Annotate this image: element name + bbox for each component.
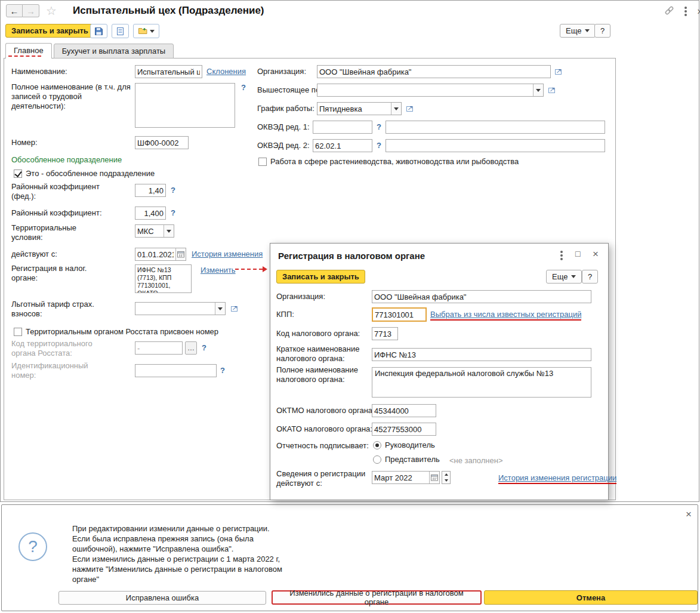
- signer-rep-radio[interactable]: Представитель: [373, 455, 440, 464]
- document-icon[interactable]: [112, 24, 129, 38]
- okved1-name-input[interactable]: [386, 121, 605, 134]
- dropdown-icon[interactable]: [391, 103, 401, 115]
- calendar-icon[interactable]: [429, 472, 439, 483]
- cancel-button[interactable]: Отмена: [484, 590, 698, 605]
- history-link[interactable]: История изменения: [192, 249, 263, 259]
- notification-panel: × ? При редактировании изменили данные о…: [1, 504, 698, 611]
- name-input[interactable]: [135, 65, 202, 78]
- id-help-icon[interactable]: ?: [220, 366, 225, 375]
- change-link[interactable]: Изменить: [201, 266, 236, 275]
- okved1-help-icon[interactable]: ?: [377, 122, 381, 131]
- dialog-help-button[interactable]: ?: [582, 270, 598, 284]
- get-link-icon[interactable]: [664, 5, 674, 17]
- checkbox-icon: [258, 158, 267, 166]
- open-icon[interactable]: [553, 66, 564, 77]
- territory-value[interactable]: [135, 225, 164, 237]
- okved2-name-input[interactable]: [386, 139, 605, 152]
- changed-data-button[interactable]: Изменились данные о регистрации в налого…: [272, 590, 482, 605]
- kebab-menu-icon[interactable]: [683, 6, 689, 17]
- chevron-down-icon: [585, 29, 590, 32]
- dropdown-icon[interactable]: [164, 225, 174, 237]
- signer-head-label: Руководитель: [385, 441, 435, 449]
- coef-input[interactable]: [135, 207, 166, 220]
- valid-from-label: действуют с:: [11, 249, 57, 259]
- registration-history-link[interactable]: История изменения регистрации: [498, 473, 616, 484]
- number-input[interactable]: [135, 136, 189, 149]
- reg-from-spinner[interactable]: [442, 471, 451, 484]
- more-button[interactable]: Еще: [560, 24, 596, 38]
- separate-section-header: Обособленное подразделение: [11, 155, 122, 164]
- oktmo-input[interactable]: [372, 404, 436, 417]
- rep-empty-value: <не заполнен>: [449, 456, 503, 465]
- rosstat-code-label: Код территориального органа Росстата:: [11, 339, 110, 358]
- calendar-icon[interactable]: [175, 248, 186, 260]
- reg-from-date-field[interactable]: [372, 471, 440, 484]
- fullname-textarea[interactable]: [135, 83, 235, 128]
- coef-fed-help-icon[interactable]: ?: [171, 186, 175, 195]
- reg-from-input[interactable]: [372, 472, 429, 483]
- valid-from-date-field[interactable]: [135, 248, 186, 261]
- ellipsis-button[interactable]: …: [185, 341, 197, 355]
- parent-combo[interactable]: [317, 84, 544, 97]
- territory-combo[interactable]: [135, 224, 174, 238]
- tab-accounting[interactable]: Бухучет и выплата зарплаты: [54, 44, 174, 58]
- dialog-save-close-button[interactable]: Записать и закрыть: [276, 270, 365, 284]
- separate-checkbox[interactable]: Это - обособленное подразделение: [14, 169, 155, 178]
- kpp-input[interactable]: [372, 307, 427, 322]
- select-registration-link[interactable]: Выбрать из числа известных регистраций: [430, 310, 581, 321]
- help-button[interactable]: ?: [594, 24, 610, 38]
- coef-help-icon[interactable]: ?: [171, 208, 175, 217]
- dlg-org-input[interactable]: [372, 290, 591, 303]
- schedule-value[interactable]: [317, 103, 391, 115]
- okato-label: ОКАТО налогового органа:: [276, 424, 372, 434]
- short-name-input[interactable]: [372, 348, 591, 361]
- okved1-code-input[interactable]: [313, 121, 372, 134]
- radio-selected-icon: [373, 441, 381, 449]
- rosstat-help-icon[interactable]: ?: [202, 343, 206, 352]
- save-icon[interactable]: [90, 24, 107, 38]
- window-close-icon[interactable]: ×: [697, 7, 700, 17]
- short-name-label: Краткое наименование налогового органа:: [276, 344, 369, 364]
- okved2-code-input[interactable]: [313, 139, 372, 152]
- fix-error-button[interactable]: Исправлена ошибка: [58, 591, 266, 605]
- fullname-label: Полное наименование (в т.ч. для записей …: [11, 82, 138, 111]
- valid-from-input[interactable]: [135, 248, 175, 260]
- fullname-help-icon[interactable]: ?: [241, 83, 246, 92]
- tariff-value[interactable]: [135, 303, 215, 315]
- rosstat-code-input[interactable]: [135, 341, 183, 355]
- dialog-more-button[interactable]: Еще: [546, 270, 582, 284]
- dropdown-icon[interactable]: [215, 303, 225, 315]
- spin-down-icon[interactable]: [442, 478, 450, 483]
- favorite-star-icon[interactable]: ☆: [46, 4, 57, 18]
- agro-checkbox-label: Работа в сфере растениеводства, животнов…: [270, 157, 519, 166]
- dialog-close-icon[interactable]: ×: [593, 249, 599, 259]
- dialog-maximize-icon[interactable]: □: [575, 249, 580, 258]
- okato-input[interactable]: [372, 423, 436, 436]
- open-icon[interactable]: [405, 103, 415, 114]
- id-number-input[interactable]: [135, 364, 217, 377]
- notification-close-icon[interactable]: ×: [686, 509, 692, 519]
- open-icon[interactable]: [229, 303, 240, 314]
- signer-head-radio[interactable]: Руководитель: [373, 441, 435, 449]
- create-based-on-icon[interactable]: [133, 24, 159, 38]
- tax-registration-dialog: Регистрация в налоговом органе □ × Запис…: [270, 243, 609, 500]
- rosstat-checkbox[interactable]: Территориальным органом Росстата присвое…: [14, 327, 218, 336]
- dropdown-icon[interactable]: [533, 84, 543, 96]
- forward-icon[interactable]: →: [23, 4, 39, 17]
- org-input[interactable]: [317, 65, 551, 78]
- okved2-help-icon[interactable]: ?: [377, 141, 381, 150]
- more-button-label: Еще: [566, 26, 581, 35]
- spin-up-icon[interactable]: [442, 472, 450, 478]
- dialog-kebab-menu-icon[interactable]: [559, 250, 565, 261]
- agro-checkbox[interactable]: Работа в сфере растениеводства, животнов…: [258, 157, 519, 166]
- back-icon[interactable]: ←: [6, 4, 23, 17]
- full-name-textarea[interactable]: Инспекция федеральной налоговой службы №…: [372, 367, 591, 398]
- tax-code-input[interactable]: [372, 327, 398, 340]
- open-icon[interactable]: [547, 85, 557, 96]
- schedule-combo[interactable]: [317, 102, 402, 115]
- declensions-link[interactable]: Склонения: [206, 67, 246, 76]
- parent-value[interactable]: [317, 84, 533, 96]
- tariff-combo[interactable]: [135, 302, 226, 315]
- save-close-button[interactable]: Записать и закрыть: [5, 24, 94, 38]
- coef-fed-input[interactable]: [135, 184, 166, 197]
